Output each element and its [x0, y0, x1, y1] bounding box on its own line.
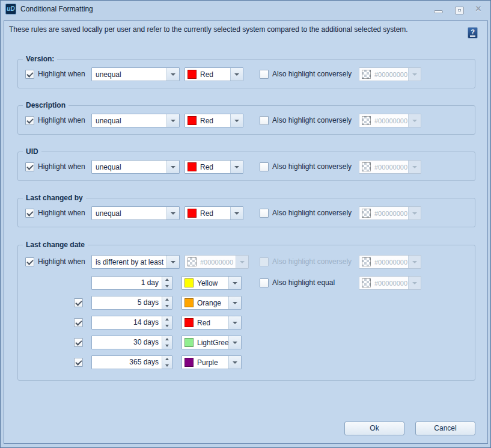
- chevron-down-icon[interactable]: [228, 356, 241, 369]
- book-bar-icon: [470, 35, 475, 37]
- cancel-button[interactable]: Cancel: [415, 422, 475, 435]
- group-uid: UID Highlight when unequal Red Also high…: [17, 152, 475, 181]
- group-title: Last changed by: [23, 193, 86, 203]
- chevron-down-icon[interactable]: [166, 114, 179, 127]
- color-select[interactable]: Purple: [181, 355, 242, 369]
- spin-down-icon[interactable]: [162, 283, 172, 290]
- days-stepper[interactable]: 30 days: [91, 336, 172, 349]
- minimize-button[interactable]: [434, 10, 443, 13]
- chevron-down-icon[interactable]: [228, 336, 241, 349]
- threshold-checkbox[interactable]: [74, 298, 83, 307]
- days-stepper[interactable]: 365 days: [91, 355, 172, 369]
- days-value[interactable]: 30 days: [92, 336, 162, 349]
- transparent-swatch-icon: [362, 162, 371, 171]
- color-name: Red: [194, 319, 228, 327]
- chevron-down-icon[interactable]: [166, 161, 179, 173]
- condition-select[interactable]: unequal: [91, 160, 180, 174]
- conversely-checkbox[interactable]: [260, 162, 269, 171]
- chevron-down-icon[interactable]: [230, 114, 243, 127]
- transparent-swatch-icon: [362, 116, 371, 125]
- close-button[interactable]: ✕: [473, 4, 484, 14]
- color-select[interactable]: Red: [185, 206, 243, 220]
- help-button[interactable]: ?: [468, 27, 478, 38]
- color-select[interactable]: Red: [181, 316, 242, 330]
- condition-select[interactable]: is different by at least: [91, 255, 180, 269]
- chevron-down-icon[interactable]: [230, 161, 243, 173]
- condition-value: unequal: [92, 163, 166, 171]
- ok-button[interactable]: Ok: [344, 422, 404, 435]
- spin-down-icon[interactable]: [162, 343, 172, 349]
- conversely-checkbox[interactable]: [260, 116, 269, 125]
- color-swatch: [185, 278, 194, 287]
- chevron-down-icon[interactable]: [228, 277, 241, 289]
- chevron-down-icon[interactable]: [166, 207, 179, 219]
- spin-up-icon[interactable]: [162, 316, 172, 323]
- condition-select[interactable]: unequal: [91, 67, 180, 81]
- highlight-when-checkbox[interactable]: [25, 162, 34, 171]
- condition-value: unequal: [92, 117, 166, 125]
- chevron-down-icon[interactable]: [230, 207, 243, 219]
- days-stepper[interactable]: 1 day: [91, 276, 172, 290]
- hex-value: #00000000: [371, 71, 408, 78]
- spin-down-icon[interactable]: [162, 363, 172, 369]
- days-stepper[interactable]: 5 days: [91, 296, 172, 310]
- app-icon: uD: [5, 4, 16, 14]
- chevron-down-icon[interactable]: [166, 68, 179, 81]
- conversely-color-select: #00000000: [359, 114, 421, 127]
- highlight-when-label: Highlight when: [38, 255, 85, 269]
- highlight-when-checkbox[interactable]: [25, 116, 34, 125]
- title-bar[interactable]: uD Conditional Formatting ✕: [1, 1, 490, 17]
- spin-up-icon[interactable]: [162, 296, 172, 303]
- equal-checkbox[interactable]: [260, 278, 269, 287]
- hex-value: #00000000: [371, 164, 408, 171]
- highlight-when-checkbox[interactable]: [25, 209, 34, 218]
- days-stepper[interactable]: 14 days: [91, 316, 172, 330]
- threshold-checkbox[interactable]: [74, 338, 83, 347]
- condition-color-select: #00000000: [185, 255, 249, 269]
- chevron-down-icon[interactable]: [166, 256, 179, 268]
- days-value[interactable]: 14 days: [92, 316, 162, 329]
- chevron-down-icon: [408, 277, 421, 289]
- condition-select[interactable]: unequal: [91, 206, 180, 220]
- highlight-when-label: Highlight when: [38, 67, 85, 81]
- color-select[interactable]: Yellow: [181, 276, 242, 290]
- days-value[interactable]: 1 day: [92, 277, 162, 289]
- spin-up-icon[interactable]: [162, 277, 172, 283]
- color-select[interactable]: Red: [185, 114, 243, 127]
- color-select[interactable]: Red: [185, 160, 243, 174]
- threshold-checkbox[interactable]: [74, 358, 83, 367]
- conversely-color-select: #00000000: [359, 255, 421, 269]
- days-value[interactable]: 365 days: [92, 356, 162, 369]
- chevron-down-icon[interactable]: [228, 316, 241, 329]
- color-name: Purple: [194, 358, 228, 367]
- chevron-down-icon[interactable]: [230, 68, 243, 81]
- highlight-when-checkbox[interactable]: [25, 257, 34, 266]
- threshold-checkbox[interactable]: [74, 318, 83, 327]
- maximize-button[interactable]: [455, 7, 464, 14]
- hex-value: #00000000: [371, 210, 408, 217]
- highlight-when-checkbox[interactable]: [25, 70, 34, 79]
- chevron-down-icon: [408, 114, 421, 127]
- group-title: Description: [23, 100, 69, 110]
- chevron-down-icon[interactable]: [228, 296, 241, 309]
- chevron-down-icon: [236, 256, 248, 268]
- condition-select[interactable]: unequal: [91, 114, 180, 127]
- spin-down-icon[interactable]: [162, 323, 172, 330]
- spin-up-icon[interactable]: [162, 356, 172, 363]
- highlight-when-label: Highlight when: [38, 160, 85, 174]
- chevron-down-icon: [408, 68, 421, 81]
- spin-up-icon[interactable]: [162, 336, 172, 343]
- conversely-checkbox[interactable]: [260, 209, 269, 218]
- conversely-label: Also highlight conversely: [272, 160, 352, 174]
- spin-down-icon[interactable]: [162, 303, 172, 310]
- hex-value: #00000000: [371, 259, 408, 266]
- group-last-change-date: Last change date Highlight when is diffe…: [17, 245, 475, 381]
- intro-text: These rules are saved locally per user a…: [9, 23, 454, 35]
- transparent-swatch-icon: [362, 209, 371, 218]
- color-select[interactable]: LightGreen: [181, 336, 242, 349]
- conversely-checkbox[interactable]: [260, 70, 269, 79]
- color-select[interactable]: Orange: [181, 296, 242, 310]
- color-swatch: [185, 318, 194, 327]
- days-value[interactable]: 5 days: [92, 296, 162, 309]
- color-select[interactable]: Red: [185, 67, 243, 81]
